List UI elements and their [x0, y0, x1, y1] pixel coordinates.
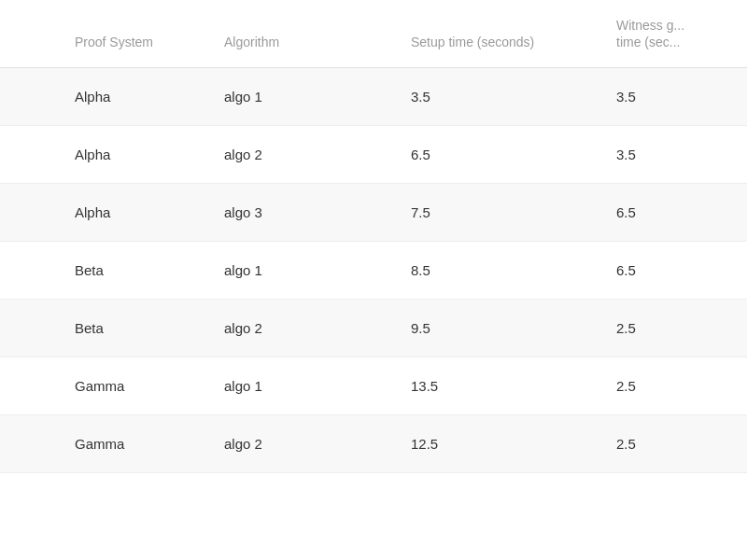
- table-row: Alphaalgo 26.53.5: [0, 126, 747, 184]
- table-header-row: Proof System Algorithm Setup time (secon…: [0, 0, 747, 68]
- col-header-setup-time: Setup time (seconds): [392, 0, 598, 68]
- cell-proof_system: Gamma: [0, 357, 205, 415]
- cell-setup_time: 12.5: [392, 415, 598, 473]
- cell-witness_gen_time: 2.5: [598, 357, 747, 415]
- table-row: Gammaalgo 212.52.5: [0, 415, 747, 473]
- cell-setup_time: 8.5: [392, 242, 598, 300]
- table-row: Alphaalgo 37.56.5: [0, 184, 747, 242]
- cell-algorithm: algo 2: [205, 415, 392, 473]
- cell-proof_system: Beta: [0, 300, 205, 357]
- cell-proof_system: Alpha: [0, 184, 205, 242]
- cell-witness_gen_time: 6.5: [598, 242, 747, 300]
- cell-setup_time: 3.5: [392, 68, 598, 126]
- cell-proof_system: Alpha: [0, 126, 205, 184]
- cell-witness_gen_time: 6.5: [598, 184, 747, 242]
- cell-proof_system: Beta: [0, 242, 205, 300]
- cell-witness_gen_time: 3.5: [598, 68, 747, 126]
- cell-setup_time: 6.5: [392, 126, 598, 184]
- table-row: Betaalgo 18.56.5: [0, 242, 747, 300]
- cell-witness_gen_time: 3.5: [598, 126, 747, 184]
- cell-algorithm: algo 1: [205, 68, 392, 126]
- cell-witness_gen_time: 2.5: [598, 415, 747, 473]
- cell-algorithm: algo 2: [205, 300, 392, 357]
- cell-algorithm: algo 3: [205, 184, 392, 242]
- cell-proof_system: Alpha: [0, 68, 205, 126]
- col-header-witness-gen-time: Witness g...time (sec...: [598, 0, 747, 68]
- table-container: Proof System Algorithm Setup time (secon…: [0, 0, 747, 560]
- table-row: Alphaalgo 13.53.5: [0, 68, 747, 126]
- cell-algorithm: algo 1: [205, 357, 392, 415]
- cell-proof_system: Gamma: [0, 415, 205, 473]
- col-header-algorithm: Algorithm: [205, 0, 392, 68]
- cell-witness_gen_time: 2.5: [598, 300, 747, 357]
- table-row: Betaalgo 29.52.5: [0, 300, 747, 357]
- table-row: Gammaalgo 113.52.5: [0, 357, 747, 415]
- cell-setup_time: 7.5: [392, 184, 598, 242]
- cell-setup_time: 9.5: [392, 300, 598, 357]
- cell-algorithm: algo 1: [205, 242, 392, 300]
- cell-algorithm: algo 2: [205, 126, 392, 184]
- data-table: Proof System Algorithm Setup time (secon…: [0, 0, 747, 473]
- col-header-proof-system: Proof System: [0, 0, 205, 68]
- cell-setup_time: 13.5: [392, 357, 598, 415]
